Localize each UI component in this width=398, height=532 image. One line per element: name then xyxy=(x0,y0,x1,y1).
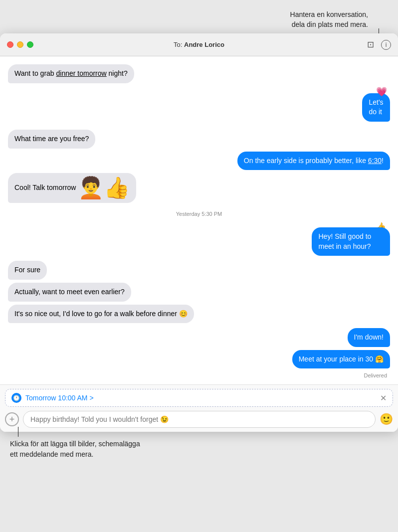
titlebar-icons: ⊡ i xyxy=(367,39,391,50)
annotation-top: Hantera en konversation, dela din plats … xyxy=(0,10,398,33)
message-row: Cool! Talk tomorrow 🧑‍🦱👍 xyxy=(8,173,390,203)
message-row: 👍 Hey! Still good to meet in an hour? xyxy=(8,222,390,256)
message-row: What time are you free? xyxy=(8,130,390,149)
bubble-right: I'm down! xyxy=(348,328,390,347)
fullscreen-button[interactable] xyxy=(27,41,33,48)
traffic-lights xyxy=(7,41,33,48)
chat-area: Want to grab dinner tomorrow night? 💗 Le… xyxy=(0,56,398,384)
message-input[interactable] xyxy=(23,411,376,428)
schedule-time[interactable]: Tomorrow 10:00 AM > xyxy=(25,394,376,402)
annotation-top-line2: dela din plats med mera. xyxy=(292,20,368,28)
annotation-bottom: Klicka för att lägga till bilder, schema… xyxy=(0,432,398,460)
message-row: Want to grab dinner tomorrow night? xyxy=(8,64,390,83)
add-media-button[interactable]: + xyxy=(5,412,19,426)
bubble-left: For sure xyxy=(8,261,47,280)
schedule-close-button[interactable]: ✕ xyxy=(380,393,387,403)
emoji-picker-button[interactable]: 🙂 xyxy=(380,413,393,426)
bubble-right: Hey! Still good to meet in an hour? xyxy=(312,227,390,256)
bubble-left: Want to grab dinner tomorrow night? xyxy=(8,64,134,83)
bubble-left: It's so nice out, I'd love to go for a w… xyxy=(8,305,194,324)
annotation-top-line1: Hantera en konversation, xyxy=(290,10,368,18)
bubble-right: Meet at your place in 30 🤗 xyxy=(292,350,390,369)
bubble-left: What time are you free? xyxy=(8,130,95,149)
contact-name: Andre Lorico xyxy=(184,41,224,48)
message-text: Cool! Talk tomorrow xyxy=(14,183,76,193)
compose-row: + 🙂 xyxy=(5,411,393,428)
to-label: To: xyxy=(174,41,182,48)
close-button[interactable] xyxy=(7,41,13,48)
schedule-bar[interactable]: 🕐 Tomorrow 10:00 AM > ✕ xyxy=(5,389,393,407)
message-row: For sure xyxy=(8,261,390,280)
bubble-left: Cool! Talk tomorrow 🧑‍🦱👍 xyxy=(8,173,136,203)
message-row: It's so nice out, I'd love to go for a w… xyxy=(8,305,390,324)
bubble-right: Let's do it xyxy=(362,93,390,122)
message-row: 💗 Let's do it xyxy=(8,86,390,122)
bubble-right: On the early side is probably better, li… xyxy=(237,152,390,171)
titlebar: To: Andre Lorico ⊡ i xyxy=(0,33,398,56)
bubble-left: Actually, want to meet even earlier? xyxy=(8,283,131,302)
compose-area: 🕐 Tomorrow 10:00 AM > ✕ + 🙂 xyxy=(0,384,398,432)
underline-text: dinner tomorrow xyxy=(56,69,107,77)
time-underline: 6:30 xyxy=(368,157,382,165)
video-call-icon[interactable]: ⊡ xyxy=(367,39,374,50)
titlebar-to: To: Andre Lorico xyxy=(174,41,224,48)
annotation-bottom-line1: Klicka för att lägga till bilder, schema… xyxy=(10,440,140,448)
messages-window: To: Andre Lorico ⊡ i Want to grab dinner… xyxy=(0,33,398,432)
message-row: Meet at your place in 30 🤗 xyxy=(8,350,390,369)
timestamp: Yesterday 5:30 PM xyxy=(8,211,390,217)
schedule-clock-icon: 🕐 xyxy=(11,393,21,403)
delivered-status: Delivered xyxy=(8,372,390,378)
annotation-bottom-line2: ett meddelande med mera. xyxy=(10,450,93,458)
minimize-button[interactable] xyxy=(17,41,23,48)
message-row: On the early side is probably better, li… xyxy=(8,152,390,171)
message-row: Actually, want to meet even earlier? xyxy=(8,283,390,302)
info-icon[interactable]: i xyxy=(381,40,391,50)
memoji-sticker: 🧑‍🦱👍 xyxy=(78,177,130,198)
message-row: I'm down! xyxy=(8,328,390,347)
